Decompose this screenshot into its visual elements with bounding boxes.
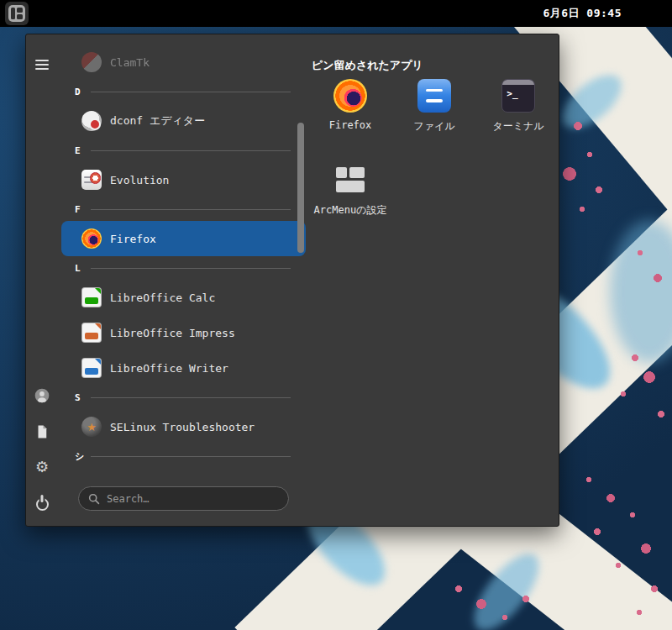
user-button[interactable] xyxy=(32,386,52,406)
dconf-editor-icon xyxy=(81,111,102,131)
app-item-libreoffice-impress[interactable]: LibreOffice Impress xyxy=(61,315,306,350)
app-item-libreoffice-writer[interactable]: LibreOffice Writer xyxy=(61,350,306,386)
power-button[interactable] xyxy=(32,492,52,512)
app-list: ClamTk D dconf エディター E Evolution F xyxy=(61,34,306,526)
section-line xyxy=(91,397,291,398)
section-divider-d: D xyxy=(61,80,306,103)
power-icon xyxy=(36,498,49,511)
section-divider-shi: シ xyxy=(61,444,306,468)
firefox-icon xyxy=(81,228,102,249)
arcmenu-button[interactable] xyxy=(5,2,29,25)
pinned-header: ピン留めされたアプリ xyxy=(312,58,423,73)
arcmenu-settings-icon xyxy=(333,163,367,197)
search-icon xyxy=(88,493,100,505)
pinned-pane: ピン留めされたアプリ Firefox ファイル ターミナル xyxy=(308,34,560,526)
libreoffice-calc-icon xyxy=(81,287,102,307)
clamtk-icon xyxy=(81,52,102,72)
section-line xyxy=(91,268,291,269)
app-item-dconf-editor[interactable]: dconf エディター xyxy=(61,103,306,139)
gear-icon: ⚙ xyxy=(35,459,49,475)
user-icon xyxy=(34,387,50,404)
section-divider-e: E xyxy=(61,139,306,162)
section-line xyxy=(91,456,291,457)
section-divider-f: F xyxy=(61,197,306,221)
pinned-grid: Firefox ファイル ターミナル xyxy=(308,72,560,240)
pinned-app-files[interactable]: ファイル xyxy=(392,72,476,156)
section-divider-l: L xyxy=(61,256,306,280)
app-item-libreoffice-calc[interactable]: LibreOffice Calc xyxy=(61,280,306,315)
hamburger-button[interactable] xyxy=(32,55,52,75)
scrollbar[interactable] xyxy=(297,123,304,253)
firefox-icon xyxy=(333,79,367,113)
document-icon xyxy=(34,424,50,439)
app-item-firefox[interactable]: Firefox xyxy=(61,221,306,256)
top-bar: 6月6日 09:45 xyxy=(0,0,672,27)
evolution-icon xyxy=(81,170,102,190)
section-line xyxy=(91,209,291,210)
settings-button[interactable]: ⚙ xyxy=(32,457,52,477)
section-divider-s: S xyxy=(61,386,306,409)
pinned-app-arcmenu-settings[interactable]: ArcMenuの設定 xyxy=(308,156,392,240)
clock[interactable]: 6月6日 09:45 xyxy=(543,6,672,21)
section-line xyxy=(91,92,291,92)
search-bar[interactable] xyxy=(78,486,289,511)
pinned-app-firefox[interactable]: Firefox xyxy=(308,72,392,156)
terminal-icon xyxy=(501,79,535,113)
menu-sidebar: ⚙ xyxy=(26,34,58,526)
documents-button[interactable] xyxy=(32,422,52,442)
hamburger-icon xyxy=(35,57,49,72)
pinned-app-terminal[interactable]: ターミナル xyxy=(476,72,560,156)
selinux-troubleshooter-icon xyxy=(81,417,102,437)
files-icon xyxy=(417,79,451,113)
app-item-evolution[interactable]: Evolution xyxy=(61,162,306,197)
section-line xyxy=(91,150,291,151)
libreoffice-impress-icon xyxy=(81,323,102,343)
app-item-clamtk[interactable]: ClamTk xyxy=(61,45,306,80)
libreoffice-writer-icon xyxy=(81,358,102,378)
app-item-selinux-troubleshooter[interactable]: SELinux Troubleshooter xyxy=(61,409,306,444)
desktop: 6月6日 09:45 xyxy=(0,0,672,630)
arcmenu-popup: ⚙ ClamTk D dconf エディター E xyxy=(25,34,559,527)
arcmenu-icon xyxy=(8,4,26,23)
search-input[interactable] xyxy=(107,493,279,505)
